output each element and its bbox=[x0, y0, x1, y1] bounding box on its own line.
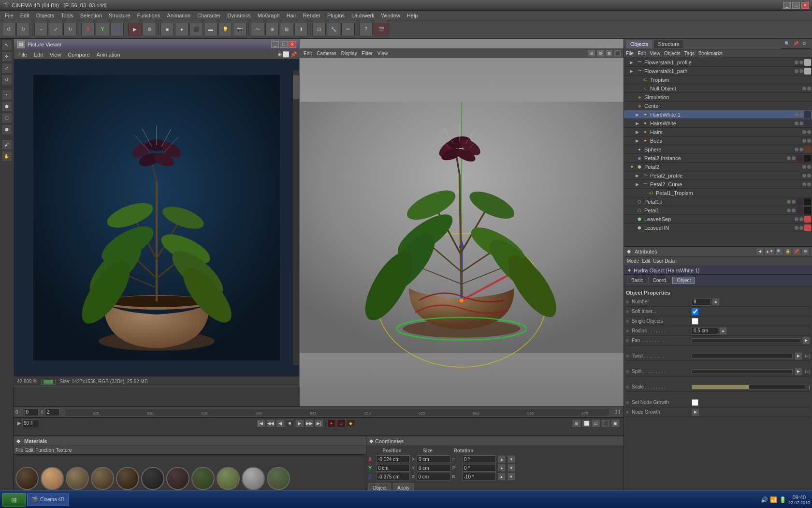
scale-tool[interactable]: ⤢ bbox=[49, 23, 62, 36]
tl-key-icon4[interactable]: ⬛ bbox=[601, 419, 610, 427]
tree-item-petal2curve[interactable]: ▶ 〜 Petal2_Curve bbox=[624, 180, 812, 189]
pv-menu-compare[interactable]: Compare bbox=[65, 51, 92, 59]
tl-stop[interactable]: ■ bbox=[286, 419, 294, 427]
coord-x-size[interactable] bbox=[417, 455, 450, 463]
camera-object[interactable]: 📷 bbox=[233, 23, 246, 36]
menu-laubwerk[interactable]: Laubwerk bbox=[348, 12, 377, 19]
tree-item-buds[interactable]: ▶ ✦ Buds bbox=[624, 136, 812, 145]
menu-functions[interactable]: Functions bbox=[134, 12, 163, 19]
attr-fan-slider[interactable] bbox=[692, 338, 800, 343]
coord-z-position[interactable] bbox=[376, 473, 410, 480]
tree-item-sphere[interactable]: ● Sphere bbox=[624, 145, 812, 154]
extrude-object[interactable]: ⬆ bbox=[294, 23, 308, 36]
mat-menu-texture[interactable]: Texture bbox=[56, 448, 72, 453]
attr-number-input[interactable] bbox=[692, 298, 711, 306]
tl-end-input[interactable] bbox=[22, 419, 39, 427]
render-settings[interactable]: ⚙ bbox=[143, 23, 156, 36]
obj-pin-icon[interactable]: 📌 bbox=[792, 40, 799, 47]
attr-fan-arrow[interactable]: ▶ bbox=[802, 337, 810, 344]
coord-y-size[interactable] bbox=[417, 464, 450, 472]
cylinder-object[interactable]: ⬛ bbox=[189, 23, 203, 36]
obj-menu-tags[interactable]: Tags bbox=[684, 51, 695, 56]
coord-z-spinner-dn[interactable]: ▼ bbox=[508, 473, 515, 480]
vp-view[interactable]: View bbox=[376, 51, 390, 56]
tree-item-flowerstalk1-profile[interactable]: ▶ 〜 Flowerstalk1_profile bbox=[624, 58, 812, 67]
coord-x-spinner-up[interactable]: ▲ bbox=[498, 455, 506, 463]
tl-sub-input[interactable] bbox=[45, 408, 59, 416]
attr-nav-back[interactable]: ◀ bbox=[756, 248, 764, 255]
tree-item-petal1tropism[interactable]: 🏷 Petal1_Tropism bbox=[624, 189, 812, 197]
attr-single-objects-checkbox[interactable] bbox=[692, 318, 698, 325]
tree-item-hairs[interactable]: ▶ ✦ Hairs bbox=[624, 128, 812, 136]
cube-object[interactable]: ■ bbox=[160, 23, 174, 36]
menu-mograph[interactable]: MoGraph bbox=[255, 12, 283, 19]
attr-spin-arrow[interactable]: ▶ bbox=[795, 368, 802, 375]
pv-menu-file[interactable]: File bbox=[16, 51, 29, 59]
move-tool[interactable]: ↔ bbox=[34, 23, 48, 36]
attr-tab-object[interactable]: Object bbox=[672, 277, 695, 284]
attr-tab-coord[interactable]: Coord. bbox=[648, 277, 671, 284]
attr-scale-slider[interactable] bbox=[692, 385, 806, 389]
coord-z-spinner-up[interactable]: ▲ bbox=[498, 473, 506, 480]
attr-search[interactable]: 🔍 bbox=[775, 248, 783, 255]
move-tool-lt[interactable]: ✛ bbox=[1, 51, 12, 62]
attr-lock[interactable]: 🔒 bbox=[784, 248, 792, 255]
menu-plugins[interactable]: Plugins bbox=[324, 12, 348, 19]
sphere-object[interactable]: ● bbox=[175, 23, 188, 36]
mat-menu-edit[interactable]: Edit bbox=[25, 448, 33, 453]
attr-twist-slider[interactable] bbox=[692, 354, 793, 359]
tree-item-hairswhite[interactable]: ▶ ✦ HairsWhite bbox=[624, 119, 812, 128]
tree-item-flowerstalk1-path[interactable]: ▶ 〜 Flowerstalk1_path bbox=[624, 67, 812, 75]
vp-icon2[interactable]: ⊙ bbox=[596, 49, 604, 57]
attr-settings[interactable]: ⚙ bbox=[801, 248, 809, 255]
menu-dynamics[interactable]: Dynamics bbox=[225, 12, 254, 19]
attr-edit-label[interactable]: Edit bbox=[642, 258, 650, 264]
menu-objects[interactable]: Objects bbox=[33, 12, 57, 19]
bend-deformer[interactable]: 〜 bbox=[251, 23, 264, 36]
close-button[interactable]: ✕ bbox=[801, 2, 809, 9]
pv-scrollbar[interactable] bbox=[292, 70, 299, 365]
tree-item-petal2profile[interactable]: ▶ 〜 Petal2_profile bbox=[624, 171, 812, 180]
edges-mode[interactable]: ⬟ bbox=[1, 101, 12, 112]
pv-close[interactable]: ✕ bbox=[289, 41, 296, 48]
obj-settings-icon[interactable]: ⚙ bbox=[800, 40, 808, 47]
tl-key-icon1[interactable]: ⊞ bbox=[572, 419, 581, 427]
tl-frame-input[interactable] bbox=[24, 408, 39, 416]
taskbar-cinema4d[interactable]: 🎬 Cinema 4D bbox=[27, 493, 69, 506]
vp-icon1[interactable]: ⊕ bbox=[588, 49, 595, 57]
obj-menu-objects[interactable]: Objects bbox=[664, 51, 681, 56]
coord-x-position[interactable] bbox=[376, 455, 410, 463]
mat-menu-file[interactable]: File bbox=[15, 448, 23, 453]
obj-search-icon[interactable]: 🔍 bbox=[783, 40, 791, 47]
menu-render[interactable]: Render bbox=[300, 12, 323, 19]
attr-number-up[interactable]: ▲ bbox=[712, 298, 720, 306]
tree-item-leavessep[interactable]: ⬢ LeavesSep bbox=[624, 215, 812, 224]
scale-tool-lt[interactable]: ⤢ bbox=[1, 63, 12, 74]
obj-menu-edit[interactable]: Edit bbox=[638, 51, 646, 56]
maximize-button[interactable]: □ bbox=[792, 2, 800, 9]
attr-tab-basic[interactable]: Basic bbox=[627, 277, 647, 284]
tl-prev-frame[interactable]: ◀ bbox=[276, 419, 285, 427]
pv-menu-view[interactable]: View bbox=[47, 51, 64, 59]
start-button[interactable]: ⊞ bbox=[2, 493, 26, 507]
tl-play-reverse[interactable]: ◀◀ bbox=[266, 419, 275, 427]
coord-y-position[interactable] bbox=[376, 464, 410, 472]
vp-edit[interactable]: Edit bbox=[302, 51, 314, 56]
menu-selection[interactable]: Selection bbox=[77, 12, 105, 19]
tree-item-center[interactable]: ◈ Center bbox=[624, 102, 812, 110]
menu-animation[interactable]: Animation bbox=[164, 12, 193, 19]
axis-x[interactable]: X bbox=[81, 23, 95, 36]
menu-hair[interactable]: Hair bbox=[284, 12, 299, 19]
light-object[interactable]: 💡 bbox=[218, 23, 232, 36]
tree-item-simulation[interactable]: ◈ Simulation bbox=[624, 93, 812, 102]
tl-go-end[interactable]: ▶| bbox=[315, 419, 323, 427]
tab-structure[interactable]: Structure bbox=[653, 40, 684, 48]
attr-set-node-growth-checkbox[interactable] bbox=[692, 399, 698, 406]
rotate-tool[interactable]: ↻ bbox=[63, 23, 77, 36]
coord-y-spinner-dn[interactable]: ▼ bbox=[508, 464, 515, 472]
magnet-tool[interactable]: 🔧 bbox=[327, 23, 340, 36]
menu-tools[interactable]: Tools bbox=[58, 12, 76, 19]
attr-radius-input[interactable] bbox=[692, 327, 718, 335]
tree-item-hairswhite1[interactable]: ▶ ✦ HairsWhite.1 bbox=[624, 110, 812, 119]
menu-character[interactable]: Character bbox=[194, 12, 223, 19]
